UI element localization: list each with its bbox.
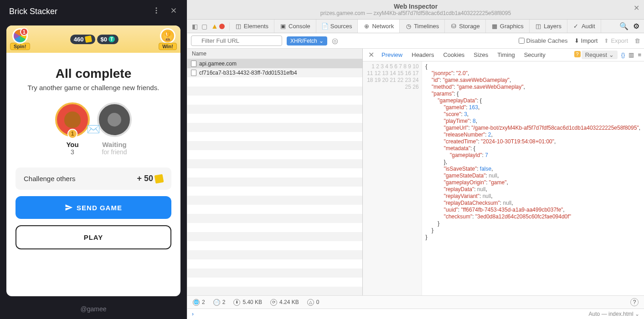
tab-layers[interactable]: ◫Layers [530,20,567,33]
tab-timelines[interactable]: ◷Timelines [400,20,445,33]
game-body: 1 Spin! 460 $0T 🏆 Win! All complete Try … [6,25,180,296]
console-bar[interactable]: › Auto — index.html ⌄ [187,309,644,319]
tab-sizes[interactable]: Sizes [469,49,493,61]
tab-preview[interactable]: Preview [377,49,407,61]
preview-tabs: ✕ Preview Headers Cookies Sizes Timing S… [363,49,644,61]
search-icon[interactable]: 🔍 [619,22,629,30]
wrap-icon[interactable]: ≡ [638,51,641,58]
tab-network[interactable]: ⊕Network [358,20,400,33]
spin-button[interactable]: 1 Spin! [10,28,30,50]
inspector-titlebar: Web Inspector prizes.gamee.com — zxyM4Kb… [187,0,644,20]
request-list: Name api.gamee.com cf716ca7-b313-4432-83… [187,49,363,295]
group-icon[interactable]: ◎ [332,36,338,45]
preview-close-icon[interactable]: ✕ [366,51,377,59]
inspector-subtitle: prizes.gamee.com — zxyM4Kb-af5f7d7fdf58c… [192,10,639,16]
inspector-split: Name api.gamee.com cf716ca7-b313-4432-83… [187,49,644,295]
tab-graphics[interactable]: ▦Graphics [486,20,530,33]
file-icon [191,70,196,76]
request-dropdown[interactable]: Request ⌄ [582,51,618,59]
json-preview[interactable]: 1 2 3 4 5 6 7 8 9 10 11 12 13 14 15 16 1… [363,61,644,295]
complete-title: All complete [15,66,171,81]
help-icon[interactable]: ? [630,298,639,306]
tickets-pill[interactable]: 460 [70,35,95,44]
player-name: Waiting [102,141,127,148]
stat-resources: 📄2 [213,299,226,306]
tab-headers[interactable]: Headers [407,49,438,61]
more-icon[interactable] [152,6,160,16]
import-button[interactable]: ⬇ Import [574,37,598,44]
dollar-icon: T [108,36,115,42]
xhr-fetch-filter[interactable]: XHR/Fetch⌄ [287,36,327,46]
ticket-icon [84,35,92,43]
close-icon[interactable] [170,6,178,16]
spin-wheel-icon: 1 [12,28,28,44]
challenge-reward: + 50 [137,174,163,183]
preview-panel: ✕ Preview Headers Cookies Sizes Timing S… [363,49,644,295]
tab-cookies[interactable]: Cookies [438,49,469,61]
dock-icon[interactable]: ◧ [192,23,198,30]
tab-audit[interactable]: ✓Audit [567,20,601,33]
trophy-button[interactable]: 🏆 Win! [159,28,177,50]
ticket-icon [155,174,164,183]
player-sub: for friend [102,148,127,156]
warning-badge[interactable]: ▲ [211,22,225,30]
complete-subtitle: Try another game or challenge new friend… [15,84,171,91]
file-icon: 📄 [213,299,220,306]
clear-icon[interactable]: 🗑 [634,37,640,44]
panel-icon[interactable]: ▥ [629,51,634,58]
spin-label: Spin! [10,43,30,50]
player-score: 3 [71,148,74,156]
request-row[interactable]: api.gamee.com [187,59,362,68]
tab-elements[interactable]: ◫Elements [230,20,274,33]
footer-link[interactable]: @gamee [0,299,187,319]
web-inspector: Web Inspector prizes.gamee.com — zxyM4Kb… [187,0,644,319]
balance-pill[interactable]: $0T [97,35,118,44]
braces-icon[interactable]: {} [621,51,625,58]
inspector-title: Web Inspector [192,3,639,10]
tab-security[interactable]: Security [520,49,550,61]
svg-point-2 [156,12,157,14]
svg-point-1 [156,10,157,11]
game-content: All complete Try another game or challen… [6,53,180,258]
player-name: You [66,141,78,148]
globe-icon: 🌐 [193,299,200,306]
request-list-header: Name [187,49,362,59]
send-game-button[interactable]: SEND GAME [15,196,171,219]
trophy-icon: 🏆 [160,28,175,44]
time-icon: ⟳ [270,299,277,306]
console-prompt-icon: › [192,311,194,317]
stat-transferred: ⬇5.40 KB [233,299,262,306]
stat-domains: 🌐2 [193,299,205,306]
spin-notification-badge: 1 [20,28,28,36]
challenge-label: Challenge others [24,175,75,182]
device-icon[interactable]: ▢ [201,23,207,30]
game-title: Brick Stacker [9,7,57,16]
rank-badge: 1 [67,129,77,139]
settings-icon[interactable]: ⚙ [633,22,639,30]
game-header: Brick Stacker [0,0,187,23]
inspector-close-icon[interactable]: ✕ [634,4,639,12]
filter-bar: XHR/Fetch⌄ ◎ Disable Caches ⬇ Import ⬆ E… [187,33,644,49]
inspector-status-bar: 🌐2 📄2 ⬇5.40 KB ⟳4.24 KB △0 ? [187,295,644,309]
filter-input[interactable] [191,35,282,46]
stat-errors: △0 [307,299,319,306]
request-row[interactable]: cf716ca7-b313-4432-83ff-7dd01531efb4 [187,68,362,77]
json-code: { "jsonrpc": "2.0", "id": "game.saveWebG… [422,61,644,295]
stat-size: ⟳4.24 KB [270,299,299,306]
export-button[interactable]: ⬆ Export [604,37,628,44]
tab-sources[interactable]: 📄Sources [316,20,358,33]
tab-timing[interactable]: Timing [493,49,520,61]
line-gutter: 1 2 3 4 5 6 7 8 9 10 11 12 13 14 15 16 1… [363,61,422,295]
versus-icon: ✉️ [84,120,103,138]
challenge-row[interactable]: Challenge others + 50 [15,167,171,190]
download-icon: ⬇ [233,299,240,306]
players-row: 1 You 3 ✉️ Waiting for friend [15,102,171,156]
tab-console[interactable]: ▣Console [274,20,316,33]
console-context[interactable]: Auto — index.html ⌄ [589,311,639,317]
disable-caches-checkbox[interactable]: Disable Caches [519,37,568,44]
currency-pills: 460 $0T [70,35,118,44]
play-button[interactable]: PLAY [15,225,171,249]
tab-storage[interactable]: ⛁Storage [445,20,486,33]
svg-point-0 [156,7,157,9]
warn-icon: △ [307,299,314,306]
